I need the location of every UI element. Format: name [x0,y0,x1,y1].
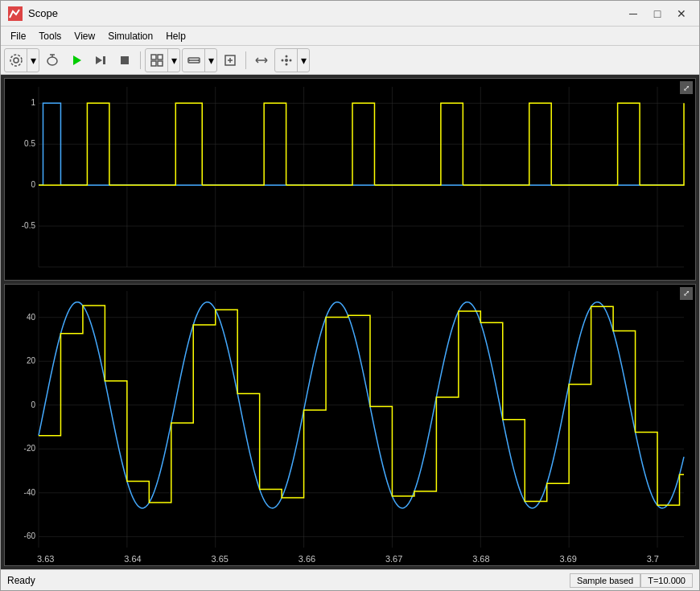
menu-simulation[interactable]: Simulation [101,29,159,43]
separator-1 [140,51,141,69]
settings-button[interactable] [5,49,27,72]
menu-help[interactable]: Help [159,29,192,43]
bottom-plot-canvas [5,285,695,565]
main-window: Scope ─ □ ✕ File Tools View Simulation H… [0,0,700,591]
zoom-x-button[interactable] [183,49,205,72]
status-right: Sample based T=10.000 [570,573,693,588]
svg-rect-8 [103,56,105,64]
run-button[interactable] [65,49,88,72]
sample-based-label: Sample based [570,573,640,588]
window-controls: ─ □ ✕ [622,4,693,23]
svg-point-29 [281,59,283,61]
top-plot-canvas [5,79,695,280]
top-plot: ⤢ [4,78,696,281]
title-bar: Scope ─ □ ✕ [1,1,699,27]
minimize-button[interactable]: ─ [622,4,644,23]
properties-dropdown[interactable]: ▾ [298,49,309,72]
dropdown-arrow[interactable]: ▾ [27,49,39,72]
svg-point-27 [285,55,287,57]
close-button[interactable]: ✕ [670,4,693,23]
expand-top-button[interactable]: ⤢ [680,81,693,94]
properties-group: ▾ [274,48,310,72]
svg-rect-10 [151,55,156,60]
svg-point-28 [285,63,287,65]
content-area: ⤢ ⤢ 3.633.643.653.663.673.683.693.7 [1,75,699,569]
expand-bottom-button[interactable]: ⤢ [680,287,693,300]
svg-rect-9 [121,56,129,64]
app-icon [7,6,23,22]
step-forward-button[interactable] [89,49,112,72]
zoom-fit-button[interactable] [219,49,241,72]
layout-group: ▾ [145,48,180,72]
maximize-button[interactable]: □ [646,4,669,23]
menu-tools[interactable]: Tools [32,29,68,43]
bottom-plot: ⤢ 3.633.643.653.663.673.683.693.7 [4,284,696,566]
svg-point-1 [14,58,19,63]
settings-group: ▾ [4,48,39,72]
layout-button[interactable] [146,49,168,72]
svg-point-26 [285,59,288,62]
svg-point-3 [47,57,57,65]
save-axes-button[interactable] [250,49,273,72]
svg-marker-7 [96,56,102,64]
svg-rect-12 [151,61,156,66]
toolbar: ▾ [1,46,699,75]
stop-button[interactable] [113,49,136,72]
menu-bar: File Tools View Simulation Help [1,27,699,46]
svg-point-2 [10,55,22,66]
menu-file[interactable]: File [4,29,32,43]
status-ready-text: Ready [7,575,570,586]
svg-rect-11 [158,55,163,60]
svg-rect-13 [158,61,163,66]
time-display: T=10.000 [640,573,693,588]
open-scope-button[interactable] [41,49,64,72]
svg-point-30 [289,59,291,61]
properties-button[interactable] [275,49,298,72]
zoom-group: ▾ [182,48,217,72]
svg-marker-6 [73,55,81,65]
layout-dropdown[interactable]: ▾ [168,49,179,72]
window-title: Scope [28,7,622,19]
status-bar: Ready Sample based T=10.000 [1,569,699,590]
menu-view[interactable]: View [68,29,101,43]
zoom-dropdown[interactable]: ▾ [205,49,216,72]
separator-2 [245,51,246,69]
